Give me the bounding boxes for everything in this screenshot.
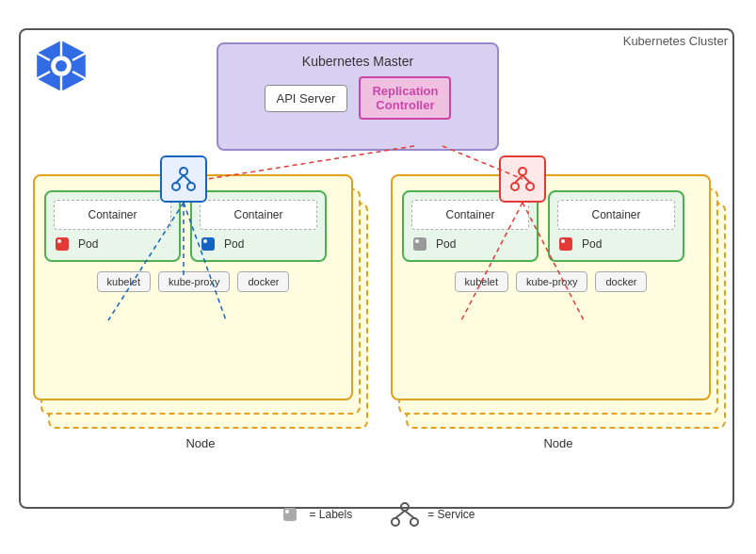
- legend-tag-icon: [281, 506, 301, 523]
- node2-pod1-container: Container: [411, 200, 529, 230]
- node1-pod1-label: Pod: [78, 237, 98, 251]
- node2-pod2-container: Container: [557, 200, 675, 230]
- k8s-logo: [33, 38, 89, 94]
- node1-buttons: kubelet kube-proxy docker: [44, 271, 342, 292]
- legend-service-icon: [390, 501, 420, 528]
- svg-point-16: [561, 239, 565, 243]
- node2-buttons: kubelet kube-proxy docker: [402, 271, 700, 292]
- svg-point-36: [401, 503, 409, 511]
- node1-pod1: Container Pod: [44, 190, 181, 262]
- node2-docker: docker: [595, 271, 647, 292]
- node2-pod2-tag-icon: [557, 236, 578, 253]
- svg-point-24: [526, 183, 534, 190]
- node2-pod2-label-row: Pod: [557, 236, 675, 253]
- svg-line-26: [523, 175, 530, 183]
- node1-front: Container Pod Container: [33, 174, 353, 400]
- svg-point-37: [392, 518, 399, 526]
- svg-rect-9: [56, 237, 69, 251]
- node1-label: Node: [33, 436, 368, 450]
- legend-labels-text: = Labels: [309, 508, 352, 521]
- node2-pod1-label-row: Pod: [411, 236, 529, 253]
- node1-docker: docker: [237, 271, 289, 292]
- node1-total: Container Pod Container: [33, 174, 368, 450]
- replication-controller-text: ReplicationController: [372, 84, 438, 112]
- node1-wrapper: Container Pod Container: [33, 174, 368, 429]
- svg-point-17: [180, 168, 187, 175]
- legend: = Labels = Service: [281, 501, 475, 528]
- node1-pod1-label-row: Pod: [54, 236, 171, 253]
- node1-kube-proxy: kube-proxy: [158, 271, 230, 292]
- service-icon-node2: [499, 155, 546, 203]
- k8s-master-components: API Server ReplicationController: [265, 76, 452, 120]
- node1-pod1-tag-icon: [54, 236, 74, 253]
- node1-pod2-tag-icon: [200, 236, 220, 253]
- node1-pod2-label-row: Pod: [200, 236, 317, 253]
- svg-line-39: [395, 511, 405, 518]
- node2-kubelet: kubelet: [455, 271, 508, 292]
- svg-rect-34: [282, 508, 296, 521]
- svg-rect-13: [413, 237, 426, 251]
- service-icon-node1: [160, 155, 207, 203]
- svg-line-40: [405, 511, 414, 518]
- node2-front: Container Pod Container: [391, 174, 711, 400]
- api-server-box: API Server: [265, 85, 348, 112]
- node2-pod1-label: Pod: [436, 237, 456, 251]
- node2-pod2: Container Pod: [548, 190, 684, 262]
- svg-point-12: [203, 239, 207, 243]
- legend-labels: = Labels: [281, 506, 352, 523]
- node2-kube-proxy: kube-proxy: [516, 271, 587, 292]
- svg-point-8: [56, 60, 67, 72]
- svg-point-22: [519, 168, 526, 175]
- k8s-master-title: Kubernetes Master: [302, 54, 413, 69]
- legend-service-text: = Service: [427, 508, 475, 521]
- diagram-container: Kubernetes Cluster Kubernetes Master API…: [0, 0, 756, 554]
- node2-label: Node: [391, 436, 726, 450]
- node2-wrapper: Container Pod Container: [391, 174, 726, 429]
- k8s-master-box: Kubernetes Master API Server Replication…: [217, 42, 499, 151]
- svg-point-19: [187, 183, 195, 190]
- svg-rect-11: [201, 237, 215, 251]
- node1-pod2: Container Pod: [190, 190, 327, 262]
- svg-point-18: [172, 183, 180, 190]
- node1-pod2-container: Container: [200, 200, 317, 230]
- service-icon-node2-svg: [507, 164, 538, 194]
- node2-pods-row: Container Pod Container: [402, 190, 700, 262]
- replication-controller-box: ReplicationController: [359, 76, 451, 120]
- svg-line-20: [176, 175, 184, 183]
- legend-service: = Service: [390, 501, 475, 528]
- svg-point-14: [415, 239, 419, 243]
- svg-line-21: [184, 175, 191, 183]
- node2-pod1-tag-icon: [411, 236, 432, 253]
- service-icon-node1-svg: [169, 164, 199, 194]
- svg-point-10: [57, 239, 61, 243]
- node1-pod2-label: Pod: [224, 237, 244, 251]
- node2-pod2-label: Pod: [582, 237, 602, 251]
- svg-line-25: [515, 175, 523, 183]
- svg-point-38: [410, 518, 418, 526]
- node1-pod1-container: Container: [54, 200, 171, 230]
- node2-total: Container Pod Container: [391, 174, 726, 450]
- svg-point-35: [284, 510, 288, 513]
- node1-kubelet: kubelet: [97, 271, 151, 292]
- svg-rect-15: [559, 237, 572, 251]
- k8s-cluster-label: Kubernetes Cluster: [623, 34, 728, 48]
- svg-point-23: [511, 183, 519, 190]
